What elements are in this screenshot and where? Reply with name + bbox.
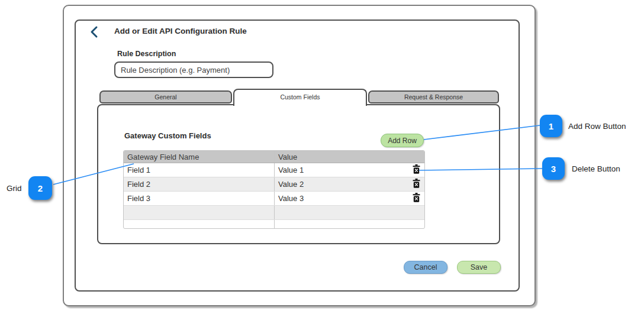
delete-row-button[interactable] [411,179,421,190]
column-header-field-name: Gateway Field Name [124,151,275,163]
callout-label-grid: Grid [7,184,22,193]
rule-description-input[interactable] [114,61,273,78]
tab-request-response[interactable]: Request & Response [368,90,499,103]
cancel-button[interactable]: Cancel [404,261,447,274]
tab-custom-fields[interactable]: Custom Fields [233,89,367,106]
trash-delete-icon [413,193,420,204]
grid-row: Field 2 Value 2 [124,177,424,192]
callout-label-add-row: Add Row Button [568,122,626,131]
chevron-left-icon [88,32,102,41]
grid-row-empty [124,220,424,228]
trash-delete-icon [413,164,420,176]
tab-general[interactable]: General [99,90,232,103]
field-name-cell: Field 1 [124,163,275,177]
callout-badge-1: 1 [540,115,562,137]
callout-label-delete: Delete Button [572,164,620,173]
field-name-cell [124,220,275,228]
value-cell: Value 1 [278,166,304,174]
callout-badge-2: 2 [28,176,52,200]
grid-row-empty [124,206,424,220]
value-cell [275,206,424,219]
back-button[interactable] [88,25,102,39]
custom-fields-grid: Gateway Field Name Value Field 1 Value 1… [123,150,425,229]
gateway-custom-fields-heading: Gateway Custom Fields [124,131,211,140]
value-cell: Value 2 [278,180,304,189]
save-button[interactable]: Save [457,261,501,274]
delete-row-button[interactable] [411,165,421,176]
grid-row: Field 3 Value 3 [124,192,424,206]
column-header-value: Value [275,151,424,163]
value-cell: Value 3 [278,194,304,203]
rule-description-label: Rule Description [117,50,176,58]
grid-header-row: Gateway Field Name Value [124,151,424,163]
add-row-button[interactable]: Add Row [381,134,424,147]
callout-badge-3: 3 [542,157,565,180]
delete-row-button[interactable] [411,193,421,204]
page-title: Add or Edit API Configuration Rule [114,27,247,35]
field-name-cell: Field 2 [124,177,275,191]
field-name-cell [124,206,275,219]
value-cell [275,220,424,228]
trash-delete-icon [413,179,420,190]
field-name-cell: Field 3 [124,192,275,205]
grid-row: Field 1 Value 1 [124,163,424,177]
